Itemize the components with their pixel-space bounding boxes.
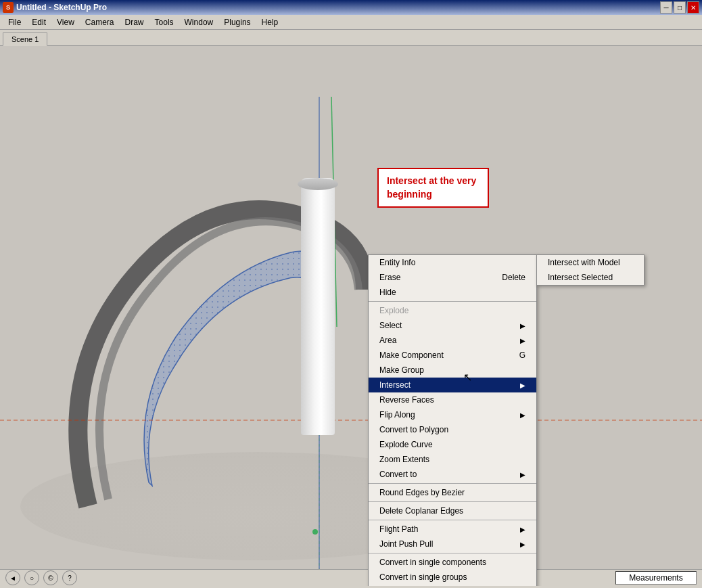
ctx-item-explode: Explode [369,303,536,318]
statusbar-icons: ◄ ○ © ? [5,570,77,585]
tab-scene1[interactable]: Scene 1 [3,32,47,46]
ctx-label-reverse-faces: Reverse Faces [379,395,434,405]
ctx-label-zoom-extents: Zoom Extents [379,455,429,464]
ctx-label-make-group: Make Group [379,365,424,375]
status-icon-back[interactable]: ◄ [5,570,20,585]
ctx-label-hide: Hide [379,288,396,297]
ctx-item-delete-coplanar[interactable]: Delete Coplanar Edges [369,503,536,518]
ctx-label-make-component: Make Component [379,350,444,360]
ctx-arrow-flight-path: ▶ [520,526,525,533]
titlebar: S Untitled - SketchUp Pro ─ □ ✕ [0,0,702,15]
ctx-label-flip-along: Flip Along [379,410,415,420]
ctx-item-intersect[interactable]: Intersect▶ [369,378,536,392]
tabbar: Scene 1 [0,30,702,46]
ctx-item-convert-single-components[interactable]: Convert in single components [369,555,536,570]
maximize-button[interactable]: □ [674,1,686,14]
ctx-label-round-edges: Round Edges by Bezier [379,488,465,497]
menu-item-draw[interactable]: Draw [120,16,149,28]
window-title: Untitled - SketchUp Pro [16,3,107,12]
ctx-arrow-joint-push-pull: ▶ [520,541,525,548]
ctx-shortcut-make-component: G [519,350,525,360]
app-icon: S [3,2,14,13]
menu-item-edit[interactable]: Edit [26,16,51,28]
ctx-item-convert-to[interactable]: Convert to▶ [369,467,536,482]
ctx-label-erase: Erase [379,273,400,282]
cylinder-body [301,178,335,435]
ctx-label-convert-to: Convert to [379,470,417,479]
sep2-separator [369,483,536,484]
ctx-item-hide[interactable]: Hide [369,285,536,300]
ctx-item-make-group[interactable]: Make Group [369,363,536,378]
ctx-item-reverse-faces[interactable]: Reverse Faces [369,392,536,407]
ctx-label-convert-single-components: Convert in single components [379,558,486,567]
ctx-item-erase[interactable]: EraseDelete [369,270,536,285]
menu-item-help[interactable]: Help [256,16,284,28]
ctx-label-explode-curve: Explode Curve [379,440,433,449]
ctx-item-convert-to-polygon[interactable]: Convert to Polygon [369,422,536,437]
ctx-label-delete-coplanar: Delete Coplanar Edges [379,506,463,516]
menu-item-tools[interactable]: Tools [149,16,179,28]
menu-item-view[interactable]: View [51,16,80,28]
status-icon-circle[interactable]: ○ [24,570,39,585]
ctx-label-intersect: Intersect [379,380,411,390]
ctx-item-round-edges[interactable]: Round Edges by Bezier [369,485,536,500]
ctx-label-convert-single-groups: Convert in single groups [379,572,467,582]
titlebar-left: S Untitled - SketchUp Pro [3,2,107,13]
ctx-item-select[interactable]: Select▶ [369,318,536,333]
submenu-intersect: Intersect with ModelIntersect Selected [536,254,645,286]
measurements-label: Measurements [629,573,682,583]
ctx-arrow-intersect: ▶ [520,382,525,389]
measurements-box: Measurements [615,571,697,585]
menu-item-file[interactable]: File [3,16,26,28]
sep3-separator [369,501,536,502]
status-icon-help[interactable]: ? [62,570,77,585]
annotation-box: Intersect at the very beginning [377,168,489,208]
submenu-label-intersect-with-model: Intersect with Model [548,258,620,267]
ctx-shortcut-erase: Delete [502,273,525,282]
annotation-text: Intersect at the very beginning [387,175,476,200]
ctx-item-joint-push-pull[interactable]: Joint Push Pull▶ [369,537,536,551]
ctx-item-flight-path[interactable]: Flight Path▶ [369,522,536,537]
menu-item-camera[interactable]: Camera [80,16,120,28]
minimize-button[interactable]: ─ [660,1,672,14]
submenu-item-intersect-with-model[interactable]: Intersect with Model [537,255,644,270]
menu-item-window[interactable]: Window [179,16,219,28]
ctx-arrow-area: ▶ [520,337,525,344]
ctx-item-flip-along[interactable]: Flip Along▶ [369,407,536,422]
ctx-item-area[interactable]: Area▶ [369,333,536,348]
submenu-label-intersect-selected: Intersect Selected [548,273,613,282]
menu-item-plugins[interactable]: Plugins [218,16,256,28]
context-menu: Entity InfoEraseDeleteHideExplodeSelect▶… [368,254,537,586]
sep1-separator [369,301,536,302]
viewport: Intersect at the very beginning ↖ Entity… [0,46,702,586]
ctx-arrow-select: ▶ [520,322,525,330]
ctx-label-joint-push-pull: Joint Push Pull [379,539,433,549]
statusbar: ◄ ○ © ? Measurements [0,569,702,586]
close-button[interactable]: ✕ [687,1,699,14]
ctx-item-zoom-extents[interactable]: Zoom Extents [369,452,536,467]
ctx-item-entity-info[interactable]: Entity Info [369,255,536,270]
ctx-item-explode-curve[interactable]: Explode Curve [369,437,536,452]
status-icon-copy[interactable]: © [43,570,58,585]
titlebar-controls[interactable]: ─ □ ✕ [660,1,699,14]
menubar: FileEditViewCameraDrawToolsWindowPlugins… [0,15,702,30]
sep4-separator [369,520,536,520]
ctx-label-select: Select [379,321,402,330]
ctx-label-explode: Explode [379,306,408,315]
ctx-label-flight-path: Flight Path [379,524,418,534]
submenu-item-intersect-selected[interactable]: Intersect Selected [537,270,644,285]
ctx-item-convert-single-groups[interactable]: Convert in single groups [369,570,536,585]
sep5-separator [369,553,536,553]
cylinder-top [298,178,338,190]
ctx-label-entity-info: Entity Info [379,258,415,267]
ctx-label-area: Area [379,336,396,345]
ctx-arrow-flip-along: ▶ [520,411,525,419]
ctx-arrow-convert-to: ▶ [520,471,525,478]
scene-background [0,46,702,586]
ctx-item-make-component[interactable]: Make ComponentG [369,348,536,363]
ctx-label-convert-to-polygon: Convert to Polygon [379,425,448,434]
